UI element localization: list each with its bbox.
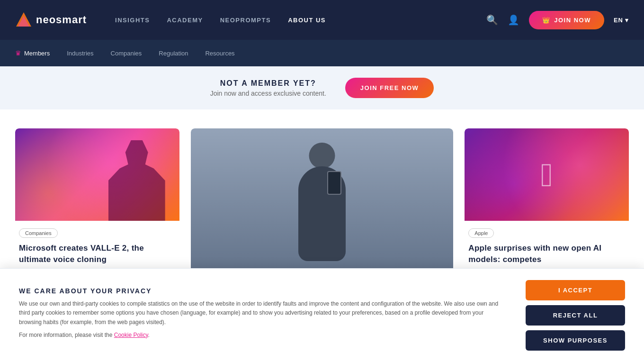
card-center-image bbox=[191, 128, 454, 271]
cookie-text-group: WE CARE ABOUT YOUR PRIVACY We use our ow… bbox=[19, 287, 507, 297]
card-microsoft-body: Companies Microsoft creates VALL-E 2, th… bbox=[15, 221, 179, 265]
person-head-shape bbox=[309, 143, 335, 169]
apple-logo-icon:  bbox=[528, 156, 566, 194]
nav-insights[interactable]: INSIGHTS bbox=[115, 17, 150, 24]
banner-text-group: NOT A MEMBER YET? Join now and access ex… bbox=[210, 79, 326, 97]
card-apple-tag[interactable]: Apple bbox=[468, 228, 494, 238]
card-microsoft-image bbox=[15, 128, 179, 221]
sub-navigation: ♛ Members Industries Companies Regulatio… bbox=[0, 40, 644, 66]
cookie-buttons-group: I ACCEPT REJECT ALL SHOW PURPOSES bbox=[526, 280, 625, 297]
user-icon[interactable]: 👤 bbox=[508, 14, 519, 26]
nav-about-us[interactable]: ABOUT US bbox=[288, 17, 326, 24]
cookie-consent-banner: WE CARE ABOUT YOUR PRIVACY We use our ow… bbox=[0, 268, 644, 297]
card-microsoft-tag[interactable]: Companies bbox=[19, 228, 58, 238]
crown-icon: ♛ bbox=[15, 49, 21, 57]
join-free-button[interactable]: JOIN FREE NOW bbox=[345, 78, 434, 98]
language-selector[interactable]: EN ▾ bbox=[614, 17, 629, 24]
nav-links: INSIGHTS ACADEMY NEOPROMPTS ABOUT US bbox=[115, 16, 467, 24]
card-microsoft: Companies Microsoft creates VALL-E 2, th… bbox=[15, 128, 179, 265]
nav-neoprompts[interactable]: NEOPROMPTS bbox=[220, 17, 271, 24]
card-apple-body: Apple Apple surprises with new open AI m… bbox=[465, 221, 629, 265]
subnav-industries[interactable]: Industries bbox=[67, 50, 93, 57]
subnav-resources[interactable]: Resources bbox=[205, 50, 234, 57]
cookie-heading: WE CARE ABOUT YOUR PRIVACY bbox=[19, 287, 507, 295]
crown-icon: 👑 bbox=[542, 17, 551, 24]
card-microsoft-title: Microsoft creates VALL-E 2, the ultimate… bbox=[19, 243, 176, 265]
card-apple-title: Apple surprises with new open AI models:… bbox=[468, 243, 625, 265]
top-navigation: neosmart INSIGHTS ACADEMY NEOPROMPTS ABO… bbox=[0, 0, 644, 40]
nav-academy[interactable]: ACADEMY bbox=[167, 17, 203, 24]
card-apple-image:  bbox=[465, 128, 629, 221]
card-center bbox=[191, 128, 454, 278]
phone-shape bbox=[327, 171, 341, 195]
chevron-down-icon: ▾ bbox=[625, 17, 629, 24]
subnav-members[interactable]: ♛ Members bbox=[15, 49, 50, 57]
banner-subtext: Join now and access exclusive content. bbox=[210, 90, 326, 97]
banner-heading: NOT A MEMBER YET? bbox=[210, 79, 326, 88]
silhouette-shape bbox=[108, 140, 165, 221]
subnav-regulation[interactable]: Regulation bbox=[159, 50, 188, 57]
membership-banner: NOT A MEMBER YET? Join now and access ex… bbox=[0, 66, 644, 109]
nav-right-group: 🔍 👤 👑 JOIN NOW EN ▾ bbox=[486, 11, 629, 29]
card-apple:  Apple Apple surprises with new open AI… bbox=[465, 128, 629, 265]
cookie-accept-button[interactable]: I ACCEPT bbox=[526, 280, 625, 297]
join-now-button[interactable]: 👑 JOIN NOW bbox=[529, 11, 604, 29]
subnav-companies[interactable]: Companies bbox=[111, 50, 142, 57]
logo[interactable]: neosmart bbox=[15, 11, 87, 28]
search-icon[interactable]: 🔍 bbox=[486, 14, 498, 26]
logo-text: neosmart bbox=[36, 14, 87, 26]
